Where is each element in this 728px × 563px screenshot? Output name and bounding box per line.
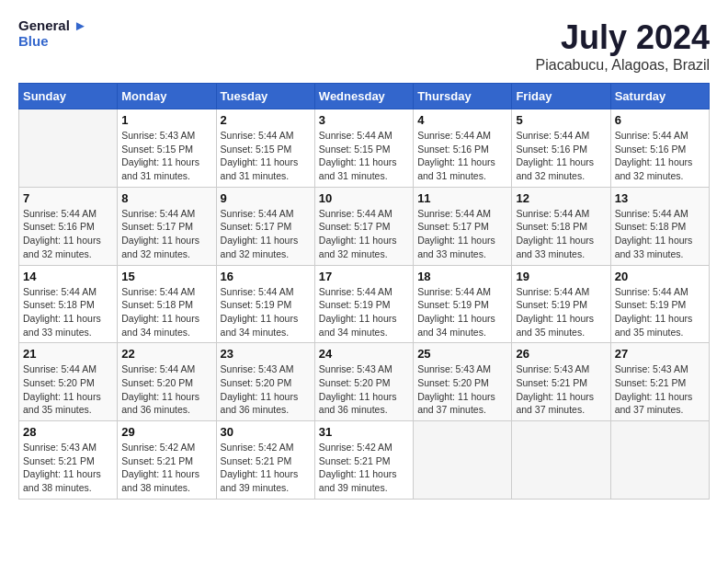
day-info: Sunrise: 5:44 AMSunset: 5:18 PMDaylight:… — [516, 207, 606, 261]
calendar-cell: 14Sunrise: 5:44 AMSunset: 5:18 PMDayligh… — [19, 265, 118, 343]
calendar-cell: 25Sunrise: 5:43 AMSunset: 5:20 PMDayligh… — [414, 343, 512, 421]
calendar-table: SundayMondayTuesdayWednesdayThursdayFrid… — [18, 83, 710, 500]
day-number: 25 — [417, 347, 507, 361]
day-info: Sunrise: 5:44 AMSunset: 5:16 PMDaylight:… — [417, 129, 507, 183]
calendar-cell: 19Sunrise: 5:44 AMSunset: 5:19 PMDayligh… — [512, 265, 610, 343]
sub-title: Piacabucu, Alagoas, Brazil — [536, 57, 710, 74]
calendar-cell: 17Sunrise: 5:44 AMSunset: 5:19 PMDayligh… — [314, 265, 413, 343]
day-info: Sunrise: 5:42 AMSunset: 5:21 PMDaylight:… — [319, 441, 409, 495]
header-day-thursday: Thursday — [414, 84, 512, 109]
main-title: July 2024 — [536, 18, 710, 57]
day-number: 24 — [319, 347, 409, 361]
calendar-cell: 4Sunrise: 5:44 AMSunset: 5:16 PMDaylight… — [414, 109, 512, 188]
calendar-cell: 10Sunrise: 5:44 AMSunset: 5:17 PMDayligh… — [314, 187, 413, 265]
calendar-header-row: SundayMondayTuesdayWednesdayThursdayFrid… — [19, 84, 710, 109]
calendar-cell: 15Sunrise: 5:44 AMSunset: 5:18 PMDayligh… — [118, 265, 216, 343]
calendar-cell: 6Sunrise: 5:44 AMSunset: 5:16 PMDaylight… — [610, 109, 709, 188]
day-number: 14 — [23, 270, 113, 283]
calendar-cell: 27Sunrise: 5:43 AMSunset: 5:21 PMDayligh… — [610, 343, 709, 421]
day-number: 16 — [221, 270, 311, 283]
day-number: 18 — [417, 270, 507, 283]
calendar-week-3: 14Sunrise: 5:44 AMSunset: 5:18 PMDayligh… — [19, 265, 710, 343]
calendar-cell: 29Sunrise: 5:42 AMSunset: 5:21 PMDayligh… — [118, 421, 216, 500]
title-block: July 2024 Piacabucu, Alagoas, Brazil — [536, 18, 710, 74]
calendar-cell: 18Sunrise: 5:44 AMSunset: 5:19 PMDayligh… — [414, 265, 512, 343]
header-day-saturday: Saturday — [610, 84, 709, 109]
calendar-cell: 28Sunrise: 5:43 AMSunset: 5:21 PMDayligh… — [19, 421, 118, 500]
calendar-cell — [414, 421, 512, 500]
day-number: 6 — [615, 113, 705, 127]
day-info: Sunrise: 5:44 AMSunset: 5:20 PMDaylight:… — [121, 362, 211, 417]
day-number: 29 — [121, 425, 211, 439]
calendar-cell: 30Sunrise: 5:42 AMSunset: 5:21 PMDayligh… — [216, 421, 314, 500]
day-number: 8 — [121, 191, 211, 205]
calendar-cell: 20Sunrise: 5:44 AMSunset: 5:19 PMDayligh… — [610, 265, 709, 343]
day-info: Sunrise: 5:44 AMSunset: 5:19 PMDaylight:… — [615, 285, 705, 339]
day-number: 7 — [23, 191, 113, 205]
day-info: Sunrise: 5:44 AMSunset: 5:16 PMDaylight:… — [516, 129, 606, 183]
header-day-wednesday: Wednesday — [314, 84, 413, 109]
day-info: Sunrise: 5:44 AMSunset: 5:17 PMDaylight:… — [121, 207, 211, 261]
header-day-friday: Friday — [512, 84, 610, 109]
day-number: 26 — [516, 347, 606, 361]
day-info: Sunrise: 5:43 AMSunset: 5:21 PMDaylight:… — [23, 441, 113, 495]
logo: General ►Blue — [18, 18, 87, 49]
calendar-cell: 9Sunrise: 5:44 AMSunset: 5:17 PMDaylight… — [216, 187, 314, 265]
day-info: Sunrise: 5:44 AMSunset: 5:17 PMDaylight:… — [221, 207, 311, 261]
day-info: Sunrise: 5:44 AMSunset: 5:15 PMDaylight:… — [221, 129, 311, 183]
day-info: Sunrise: 5:43 AMSunset: 5:20 PMDaylight:… — [221, 362, 311, 417]
header-day-monday: Monday — [118, 84, 216, 109]
day-info: Sunrise: 5:44 AMSunset: 5:16 PMDaylight:… — [23, 207, 113, 261]
calendar-cell: 2Sunrise: 5:44 AMSunset: 5:15 PMDaylight… — [216, 109, 314, 188]
day-info: Sunrise: 5:44 AMSunset: 5:18 PMDaylight:… — [615, 207, 705, 261]
calendar-cell — [19, 109, 118, 188]
day-info: Sunrise: 5:44 AMSunset: 5:19 PMDaylight:… — [516, 285, 606, 339]
day-number: 15 — [121, 270, 211, 283]
calendar-cell: 16Sunrise: 5:44 AMSunset: 5:19 PMDayligh… — [216, 265, 314, 343]
day-number: 13 — [615, 191, 705, 205]
day-number: 5 — [516, 113, 606, 127]
day-number: 23 — [221, 347, 311, 361]
day-number: 11 — [417, 191, 507, 205]
day-number: 20 — [615, 270, 705, 283]
calendar-cell: 11Sunrise: 5:44 AMSunset: 5:17 PMDayligh… — [414, 187, 512, 265]
day-number: 12 — [516, 191, 606, 205]
day-number: 3 — [319, 113, 409, 127]
day-number: 17 — [319, 270, 409, 283]
page-header: General ►Blue July 2024 Piacabucu, Alago… — [18, 18, 710, 74]
calendar-week-5: 28Sunrise: 5:43 AMSunset: 5:21 PMDayligh… — [19, 421, 710, 500]
calendar-cell — [610, 421, 709, 500]
calendar-cell: 26Sunrise: 5:43 AMSunset: 5:21 PMDayligh… — [512, 343, 610, 421]
calendar-cell: 23Sunrise: 5:43 AMSunset: 5:20 PMDayligh… — [216, 343, 314, 421]
calendar-cell: 21Sunrise: 5:44 AMSunset: 5:20 PMDayligh… — [19, 343, 118, 421]
day-info: Sunrise: 5:44 AMSunset: 5:19 PMDaylight:… — [319, 285, 409, 339]
header-day-tuesday: Tuesday — [216, 84, 314, 109]
day-number: 4 — [417, 113, 507, 127]
day-number: 9 — [221, 191, 311, 205]
day-info: Sunrise: 5:44 AMSunset: 5:20 PMDaylight:… — [23, 362, 113, 417]
day-info: Sunrise: 5:44 AMSunset: 5:19 PMDaylight:… — [221, 285, 311, 339]
day-info: Sunrise: 5:43 AMSunset: 5:21 PMDaylight:… — [615, 362, 705, 417]
calendar-cell: 7Sunrise: 5:44 AMSunset: 5:16 PMDaylight… — [19, 187, 118, 265]
day-info: Sunrise: 5:44 AMSunset: 5:15 PMDaylight:… — [319, 129, 409, 183]
day-number: 21 — [23, 347, 113, 361]
calendar-cell: 24Sunrise: 5:43 AMSunset: 5:20 PMDayligh… — [314, 343, 413, 421]
day-number: 1 — [121, 113, 211, 127]
day-info: Sunrise: 5:44 AMSunset: 5:17 PMDaylight:… — [319, 207, 409, 261]
day-info: Sunrise: 5:44 AMSunset: 5:18 PMDaylight:… — [121, 285, 211, 339]
calendar-cell: 8Sunrise: 5:44 AMSunset: 5:17 PMDaylight… — [118, 187, 216, 265]
calendar-cell: 31Sunrise: 5:42 AMSunset: 5:21 PMDayligh… — [314, 421, 413, 500]
day-number: 31 — [319, 425, 409, 439]
calendar-cell: 13Sunrise: 5:44 AMSunset: 5:18 PMDayligh… — [610, 187, 709, 265]
day-number: 2 — [221, 113, 311, 127]
calendar-week-1: 1Sunrise: 5:43 AMSunset: 5:15 PMDaylight… — [19, 109, 710, 188]
header-day-sunday: Sunday — [19, 84, 118, 109]
day-number: 19 — [516, 270, 606, 283]
day-info: Sunrise: 5:44 AMSunset: 5:16 PMDaylight:… — [615, 129, 705, 183]
logo-text: General ►Blue — [18, 18, 87, 49]
day-number: 30 — [221, 425, 311, 439]
calendar-cell: 5Sunrise: 5:44 AMSunset: 5:16 PMDaylight… — [512, 109, 610, 188]
day-info: Sunrise: 5:42 AMSunset: 5:21 PMDaylight:… — [221, 441, 311, 495]
calendar-week-2: 7Sunrise: 5:44 AMSunset: 5:16 PMDaylight… — [19, 187, 710, 265]
day-info: Sunrise: 5:43 AMSunset: 5:20 PMDaylight:… — [319, 362, 409, 417]
